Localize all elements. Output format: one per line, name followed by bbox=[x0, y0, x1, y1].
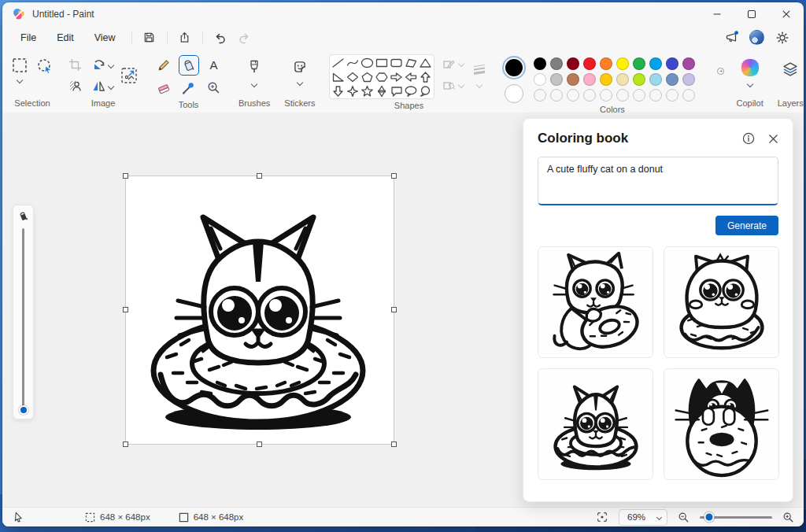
fit-to-screen-button[interactable] bbox=[596, 511, 608, 523]
result-thumbnail-tuxedo-cat-behind-donut[interactable] bbox=[664, 368, 779, 480]
menu-edit[interactable]: Edit bbox=[46, 29, 84, 46]
selection-handle[interactable] bbox=[391, 307, 397, 312]
zoom-slider-thumb[interactable] bbox=[704, 512, 715, 523]
share-button[interactable] bbox=[173, 28, 197, 47]
brushes-button[interactable] bbox=[246, 59, 262, 76]
minimize-button[interactable] bbox=[700, 2, 734, 26]
empty-color-slot[interactable] bbox=[616, 89, 629, 102]
rotate-dropdown-chevron-icon[interactable] bbox=[108, 61, 114, 68]
color1-selected-swatch[interactable] bbox=[502, 56, 526, 79]
color-swatch[interactable] bbox=[583, 57, 596, 70]
empty-color-slot[interactable] bbox=[583, 89, 596, 102]
zoom-slider[interactable] bbox=[700, 516, 772, 519]
color-swatch[interactable] bbox=[534, 73, 546, 86]
size-button[interactable] bbox=[471, 61, 488, 76]
shape-outline-chevron-icon[interactable] bbox=[458, 61, 464, 67]
color-swatch[interactable] bbox=[633, 57, 645, 70]
brushes-dropdown-chevron-icon[interactable] bbox=[251, 81, 257, 87]
empty-color-slot[interactable] bbox=[633, 89, 645, 102]
pencil-tool[interactable] bbox=[156, 57, 172, 73]
selection-handle[interactable] bbox=[391, 441, 397, 447]
panel-close-button[interactable] bbox=[768, 134, 778, 144]
zoom-out-button[interactable] bbox=[678, 512, 690, 523]
empty-color-slot[interactable] bbox=[550, 89, 563, 102]
color-swatch[interactable] bbox=[550, 57, 563, 70]
color-swatch[interactable] bbox=[567, 57, 579, 70]
selection-handle[interactable] bbox=[123, 307, 128, 312]
stickers-button[interactable] bbox=[292, 59, 308, 75]
flip-dropdown-chevron-icon[interactable] bbox=[108, 83, 114, 89]
prompt-input[interactable]: A cute fluffy cat on a donut bbox=[538, 157, 778, 205]
redo-button[interactable] bbox=[232, 28, 256, 47]
color-swatch[interactable] bbox=[567, 73, 579, 86]
shapes-gallery[interactable] bbox=[329, 54, 434, 99]
color-swatch[interactable] bbox=[649, 73, 662, 86]
canvas[interactable] bbox=[126, 176, 394, 444]
color-swatch[interactable] bbox=[583, 73, 596, 86]
color2-swatch[interactable] bbox=[505, 84, 523, 103]
fill-tool-selected[interactable] bbox=[179, 55, 199, 76]
info-button[interactable] bbox=[742, 132, 755, 145]
edit-colors-button[interactable]: + bbox=[703, 70, 722, 89]
menu-view[interactable]: View bbox=[84, 29, 126, 46]
empty-color-slot[interactable] bbox=[666, 89, 678, 102]
announcements-button[interactable] bbox=[719, 28, 743, 47]
flip-tool[interactable] bbox=[91, 79, 106, 94]
color-swatch[interactable] bbox=[633, 73, 645, 86]
menu-file[interactable]: File bbox=[10, 29, 46, 46]
eyedropper-tool[interactable] bbox=[181, 80, 196, 95]
magnifier-tool[interactable] bbox=[206, 80, 221, 95]
maximize-button[interactable] bbox=[734, 2, 769, 26]
close-button[interactable] bbox=[769, 2, 804, 26]
color-swatch[interactable] bbox=[682, 73, 695, 86]
copilot-dropdown-chevron-icon[interactable] bbox=[746, 81, 752, 87]
selection-dropdown-chevron-icon[interactable] bbox=[17, 77, 23, 83]
result-thumbnail-striped-cat-in-donut[interactable] bbox=[538, 368, 653, 480]
free-select-tool[interactable] bbox=[36, 57, 54, 75]
color-swatch[interactable] bbox=[600, 73, 612, 86]
color-swatch[interactable] bbox=[550, 73, 563, 86]
resize-image-button[interactable] bbox=[120, 66, 139, 85]
zoom-in-button[interactable] bbox=[782, 512, 794, 523]
settings-button[interactable] bbox=[771, 28, 794, 47]
tolerance-slider[interactable] bbox=[22, 228, 24, 411]
remove-background-tool[interactable] bbox=[68, 79, 83, 94]
shape-fill-button[interactable] bbox=[442, 78, 456, 92]
size-chevron-icon[interactable] bbox=[476, 82, 482, 88]
empty-color-slot[interactable] bbox=[682, 89, 695, 102]
shape-fill-chevron-icon[interactable] bbox=[458, 82, 464, 88]
zoom-level-select[interactable]: 69% bbox=[619, 509, 667, 526]
eraser-tool[interactable] bbox=[156, 80, 172, 96]
color-swatch[interactable] bbox=[600, 57, 612, 70]
selection-handle[interactable] bbox=[391, 173, 397, 179]
color-swatch[interactable] bbox=[616, 73, 629, 86]
selection-handle[interactable] bbox=[257, 173, 262, 179]
empty-color-slot[interactable] bbox=[649, 89, 662, 102]
generate-button[interactable]: Generate bbox=[715, 216, 778, 235]
result-thumbnail-fluffy-cat-on-donut[interactable] bbox=[664, 246, 779, 358]
color-swatch[interactable] bbox=[666, 57, 678, 70]
color-swatch[interactable] bbox=[616, 57, 629, 70]
result-thumbnail-cat-hugging-donut[interactable] bbox=[538, 246, 653, 358]
rect-select-tool[interactable] bbox=[11, 57, 28, 74]
tolerance-slider-thumb[interactable] bbox=[19, 405, 28, 415]
color-swatch[interactable] bbox=[666, 73, 678, 86]
shape-outline-button[interactable] bbox=[442, 57, 456, 71]
save-button[interactable] bbox=[138, 28, 161, 47]
color-swatch[interactable] bbox=[649, 57, 662, 70]
text-tool[interactable]: A bbox=[209, 58, 217, 72]
selection-handle[interactable] bbox=[257, 441, 262, 447]
empty-color-slot[interactable] bbox=[600, 89, 612, 102]
empty-color-slot[interactable] bbox=[567, 89, 579, 102]
color-swatch[interactable] bbox=[534, 57, 546, 70]
empty-color-slot[interactable] bbox=[534, 89, 546, 102]
rotate-tool[interactable] bbox=[91, 57, 106, 72]
crop-tool[interactable] bbox=[68, 57, 83, 72]
stickers-dropdown-chevron-icon[interactable] bbox=[297, 79, 303, 86]
color-swatch[interactable] bbox=[682, 57, 695, 70]
selection-handle[interactable] bbox=[123, 173, 128, 179]
selection-handle[interactable] bbox=[123, 441, 128, 447]
layers-button[interactable] bbox=[782, 61, 799, 78]
undo-button[interactable] bbox=[209, 28, 232, 47]
copilot-icon[interactable] bbox=[741, 59, 759, 76]
